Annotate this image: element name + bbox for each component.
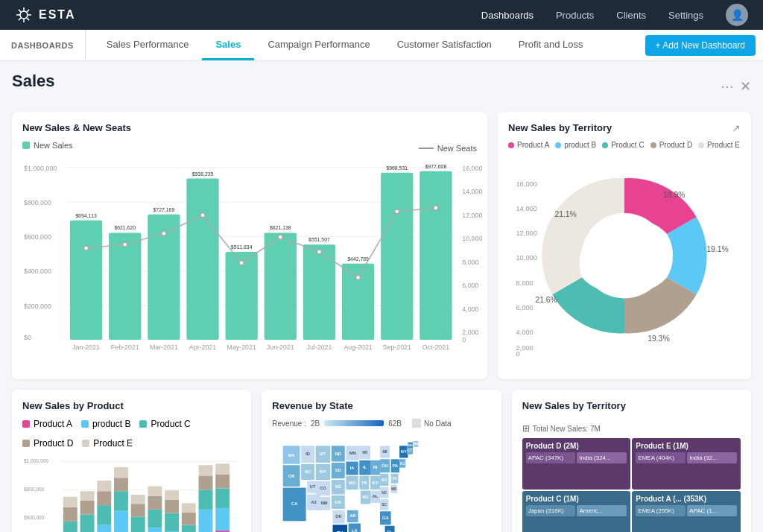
svg-text:$800,000: $800,000 [24, 199, 51, 206]
svg-rect-74 [97, 505, 111, 525]
svg-line-6 [27, 18, 30, 21]
dot-pb [81, 420, 89, 428]
avatar[interactable]: 👤 [726, 4, 748, 26]
legend-pa: Product A [22, 419, 72, 429]
legend-dot-d [650, 142, 656, 148]
new-sales-seats-card: New Sales & New Seats New Sales New Seat… [12, 112, 487, 379]
tab-campaign-performance[interactable]: Campaign Performance [254, 30, 383, 60]
close-icon[interactable]: ✕ [740, 78, 751, 95]
svg-rect-91 [148, 487, 162, 496]
svg-text:MO: MO [349, 481, 356, 485]
svg-text:$938,235: $938,235 [192, 171, 214, 177]
donut-svg: 19.1% 19.3% 21.6% 21.1% 18.9% 16,000 14,… [508, 155, 741, 356]
expand-icon[interactable]: ↗ [732, 122, 741, 134]
svg-rect-80 [114, 478, 128, 491]
tabs: Sales Performance Sales Campaign Perform… [86, 30, 645, 60]
legend-product-a: Product A [508, 141, 549, 149]
svg-text:NV: NV [305, 469, 311, 474]
new-sales-territory-card: New Sales by Territory ↗ Product A produ… [498, 112, 751, 379]
tab-customer-satisfaction[interactable]: Customer Satisfaction [384, 30, 505, 60]
nav-products[interactable]: Products [556, 10, 594, 21]
bar-jan [70, 221, 102, 340]
new-sales-territory-title: New Sales by Territory [508, 122, 741, 133]
svg-text:WV: WV [382, 478, 388, 482]
svg-text:KS: KS [335, 500, 341, 504]
grid-icon: ⊞ [522, 423, 530, 434]
svg-text:Mar-2021: Mar-2021 [150, 343, 178, 351]
dashboards-label: DASHBOARDS [7, 30, 86, 60]
treemap: Product D (2M) APAC (347K) India (324...… [522, 438, 741, 532]
label-pd: Product D [34, 438, 73, 449]
label-pe: Product E [93, 438, 133, 449]
subcell-apac-a: APAC (1... [687, 505, 737, 516]
new-seats-legend-label: New Seats [437, 144, 477, 153]
svg-text:ID: ID [306, 452, 311, 456]
svg-text:Jul-2021: Jul-2021 [306, 343, 332, 351]
line-dot [395, 209, 399, 214]
svg-rect-85 [131, 504, 145, 516]
svg-text:$1,000,000: $1,000,000 [24, 165, 57, 172]
no-data-legend: No Data [412, 419, 452, 428]
add-dashboard-button[interactable]: + Add New Dashboard [645, 35, 756, 56]
legend-dot-a [508, 142, 514, 148]
svg-rect-105 [199, 475, 213, 490]
svg-text:8,000: 8,000 [462, 259, 478, 266]
svg-text:$551,507: $551,507 [308, 237, 330, 242]
svg-text:4,000: 4,000 [462, 305, 478, 313]
nav-settings[interactable]: Settings [668, 10, 703, 21]
svg-text:KY: KY [373, 481, 379, 485]
label-pc: Product C [151, 419, 190, 429]
line-dot [434, 206, 438, 210]
svg-rect-99 [182, 525, 196, 532]
legend-dot-b [555, 142, 561, 148]
page-title: Sales [12, 72, 55, 91]
label-a: 18.9% [663, 191, 685, 199]
no-data-box [412, 419, 421, 428]
svg-text:10,000: 10,000 [462, 235, 482, 242]
territory-header: New Sales by Territory [522, 400, 741, 419]
svg-rect-69 [80, 514, 95, 532]
cell-title-c: Product C (1M) [526, 495, 627, 503]
more-options-icon[interactable]: ⋯ [721, 78, 734, 95]
tab-sales-performance[interactable]: Sales Performance [93, 30, 203, 60]
subcell-apac: APAC (347K) [526, 452, 576, 463]
svg-text:IN: IN [373, 465, 378, 469]
svg-text:$800,000: $800,000 [24, 487, 45, 492]
legend-product-e: Product E [698, 141, 740, 149]
svg-text:NY: NY [401, 449, 407, 454]
svg-rect-106 [199, 465, 213, 475]
svg-rect-76 [97, 481, 111, 491]
svg-text:VA: VA [393, 477, 398, 481]
subcell-japan-c: Japan (316K) [526, 505, 576, 516]
svg-text:$600,000: $600,000 [24, 233, 51, 241]
svg-text:NE: NE [335, 484, 341, 489]
svg-text:$977,608: $977,608 [425, 164, 447, 169]
tab-sales[interactable]: Sales [202, 30, 254, 60]
legend-pe: Product E [82, 438, 133, 449]
treemap-cell-product-e: Product E (1M) EMEA (404K) India (32... [632, 438, 741, 490]
nav-dashboards[interactable]: Dashboards [481, 10, 534, 21]
y-right-9: 0 [516, 350, 519, 356]
label-c: 21.6% [535, 296, 557, 304]
us-map-svg: WA OR CA ID NV UT AZ MT WY [272, 434, 490, 532]
cell-title-e: Product E (1M) [636, 442, 737, 450]
svg-text:IA: IA [350, 466, 355, 470]
svg-text:$511,834: $511,834 [231, 244, 253, 250]
svg-rect-108 [215, 508, 229, 531]
nav-clients[interactable]: Clients [616, 10, 646, 21]
y-right-6: 6,000 [516, 304, 533, 311]
svg-text:NC: NC [382, 491, 388, 495]
tab-profit-loss[interactable]: Profit and Loss [505, 30, 597, 60]
svg-rect-66 [63, 497, 77, 507]
svg-text:$621,620: $621,620 [114, 225, 136, 230]
treemap-cell-product-c: Product C (1M) Japan (316K) Americ... [522, 491, 631, 532]
svg-text:NM: NM [321, 501, 328, 505]
line-dot [84, 246, 89, 250]
svg-text:MT: MT [320, 452, 327, 456]
svg-text:$200,000: $200,000 [24, 303, 51, 310]
line-dot [356, 275, 361, 279]
dot-pd [22, 440, 30, 447]
svg-rect-94 [165, 513, 179, 532]
new-sales-legend-dot [22, 142, 30, 149]
cell-title-a: Product A (... (353K) [636, 495, 737, 503]
